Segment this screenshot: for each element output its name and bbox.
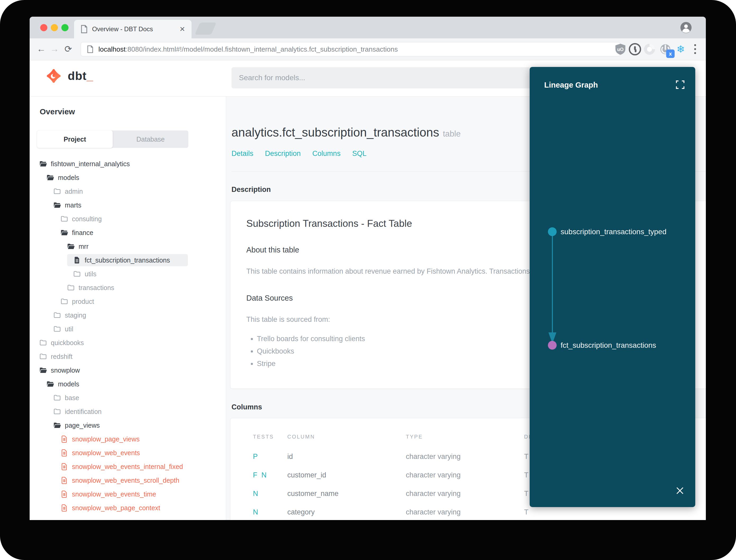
- tree-item-product[interactable]: product: [30, 295, 226, 308]
- disabled-extension-icon[interactable]: [643, 43, 656, 56]
- folder-closed-icon: [67, 284, 75, 292]
- folder-closed-icon: [73, 270, 81, 278]
- tree-item-fishtown-internal-analytics[interactable]: fishtown_internal_analytics: [30, 157, 226, 171]
- tree-item-staging[interactable]: staging: [30, 308, 226, 322]
- tree-item-snowplow-page-views[interactable]: snowplow_page_views: [30, 432, 226, 446]
- tree-item-snowplow-web-events-time[interactable]: snowplow_web_events_time: [30, 487, 226, 501]
- onepassword-extension-icon[interactable]: [628, 43, 642, 56]
- browser-menu-icon[interactable]: [688, 43, 702, 56]
- tree-item-quickbooks[interactable]: quickbooks: [30, 336, 226, 350]
- file-orange-icon: [60, 504, 68, 512]
- tab-project[interactable]: Project: [37, 130, 113, 148]
- tab-close-icon[interactable]: ✕: [179, 25, 185, 33]
- tab-title: Overview - DBT Docs: [92, 25, 153, 33]
- page-title-suffix: table: [443, 129, 460, 138]
- tests-badge: P: [253, 453, 287, 461]
- url-text: localhost:8080/index.html#!/model/model.…: [98, 45, 398, 53]
- page-favicon: [80, 25, 88, 33]
- close-window-button[interactable]: [40, 24, 47, 31]
- folder-closed-icon: [53, 187, 61, 195]
- tree-item-snowplow-web-page-context[interactable]: snowplow_web_page_context: [30, 501, 226, 515]
- tree-item-consulting[interactable]: consulting: [30, 212, 226, 226]
- lineage-node-fct-subscription-transactions[interactable]: fct_subscription_transactions: [548, 341, 656, 350]
- tree-item-snowplow-models[interactable]: models: [30, 377, 226, 391]
- folder-open-icon: [46, 174, 54, 182]
- sidebar: Overview Project Database fishtown_inter…: [30, 97, 226, 520]
- tree-item-redshift[interactable]: redshift: [30, 350, 226, 363]
- tests-badge: N: [253, 490, 287, 498]
- dbt-logo-text: dbt_: [68, 69, 93, 83]
- tree-item-snowplow-web-events-internal-fixed[interactable]: snowplow_web_events_internal_fixed: [30, 460, 226, 473]
- profile-avatar-icon[interactable]: [680, 21, 692, 34]
- tree-item-util[interactable]: util: [30, 322, 226, 336]
- folder-closed-icon: [60, 215, 68, 223]
- back-button[interactable]: ←: [35, 44, 47, 54]
- power-extension-icon[interactable]: x: [659, 43, 672, 56]
- nav-link-columns[interactable]: Columns: [313, 150, 341, 158]
- new-tab-button[interactable]: [195, 22, 217, 35]
- chevron-right-icon[interactable]: ›: [697, 452, 706, 461]
- tree-item-base[interactable]: base: [30, 391, 226, 405]
- lineage-node-subscription-transactions-typed[interactable]: subscription_transactions_typed: [548, 227, 666, 236]
- tree-item-identification[interactable]: identification: [30, 405, 226, 418]
- tree-item-utils[interactable]: utils: [30, 267, 226, 281]
- url-path: :8080/index.html#!/model/model.fishtown_…: [126, 45, 398, 53]
- chevron-right-icon[interactable]: ›: [697, 471, 706, 480]
- expand-fullscreen-icon[interactable]: [675, 80, 685, 90]
- folder-closed-icon: [53, 408, 61, 416]
- anchor-nav: Details Description Columns SQL: [232, 150, 367, 158]
- url-bar[interactable]: localhost:8080/index.html#!/model/model.…: [81, 42, 620, 56]
- file-icon: [73, 256, 81, 264]
- tree-item-marts[interactable]: marts: [30, 198, 226, 212]
- tree-item-mrr[interactable]: mrr: [30, 240, 226, 253]
- tree-item-admin[interactable]: admin: [30, 184, 226, 198]
- column-description: T: [524, 508, 697, 516]
- nav-link-sql[interactable]: SQL: [352, 150, 367, 158]
- dbt-logo-icon: [45, 67, 62, 85]
- tests-badge: N: [253, 508, 287, 516]
- ublock-extension-icon[interactable]: uO: [614, 43, 627, 56]
- lineage-edge-arrow: [548, 231, 557, 347]
- reload-button[interactable]: ⟳: [62, 44, 74, 54]
- file-orange-icon: [60, 476, 68, 484]
- tree-item-snowplow-web-events[interactable]: snowplow_web_events: [30, 446, 226, 460]
- folder-open-icon: [53, 421, 61, 429]
- folder-closed-icon: [39, 353, 47, 360]
- node-dot: [548, 341, 557, 350]
- tree-item-transactions[interactable]: transactions: [30, 281, 226, 295]
- tree-item-finance[interactable]: finance: [30, 226, 226, 240]
- browser-window: Overview - DBT Docs ✕ ← → ⟳ localhost:80…: [30, 17, 706, 520]
- column-name: customer_id: [287, 471, 406, 479]
- column-name: customer_name: [287, 490, 406, 498]
- close-icon[interactable]: [675, 485, 685, 496]
- tree-item-snowplow-web-events-scroll-depth[interactable]: snowplow_web_events_scroll_depth: [30, 473, 226, 487]
- tests-badge: F N: [253, 471, 287, 479]
- page-security-icon[interactable]: [87, 45, 94, 53]
- tree-item-models[interactable]: models: [30, 171, 226, 184]
- zoom-window-button[interactable]: [61, 24, 69, 31]
- snowflake-extension-icon[interactable]: ❄: [674, 43, 687, 56]
- folder-open-icon: [60, 229, 68, 237]
- browser-tab[interactable]: Overview - DBT Docs ✕: [74, 20, 192, 38]
- chevron-right-icon[interactable]: ›: [697, 508, 706, 517]
- forward-button[interactable]: →: [49, 44, 60, 54]
- browser-toolbar: ← → ⟳ localhost:8080/index.html#!/model/…: [30, 38, 706, 60]
- file-orange-icon: [60, 449, 68, 457]
- column-type: character varying: [406, 471, 524, 479]
- chevron-right-icon[interactable]: ›: [697, 489, 706, 498]
- tree-item-page-views[interactable]: page_views: [30, 418, 226, 432]
- col-header-column: COLUMN: [287, 434, 406, 440]
- dbt-logo[interactable]: dbt_: [45, 67, 93, 85]
- tab-database[interactable]: Database: [113, 130, 188, 148]
- minimize-window-button[interactable]: [51, 24, 58, 31]
- tree-item-fct-subscription-transactions[interactable]: fct_subscription_transactions: [30, 253, 226, 267]
- lineage-graph-title: Lineage Graph: [544, 81, 598, 89]
- nav-link-description[interactable]: Description: [265, 150, 301, 158]
- search-placeholder: Search for models...: [239, 74, 305, 82]
- lineage-graph-panel: Lineage Graph subscription_transactions_…: [530, 67, 695, 507]
- folder-closed-icon: [53, 311, 61, 319]
- section-label-description: Description: [232, 186, 271, 194]
- tree-item-snowplow[interactable]: snowplow: [30, 363, 226, 377]
- nav-link-details[interactable]: Details: [232, 150, 254, 158]
- folder-closed-icon: [53, 394, 61, 402]
